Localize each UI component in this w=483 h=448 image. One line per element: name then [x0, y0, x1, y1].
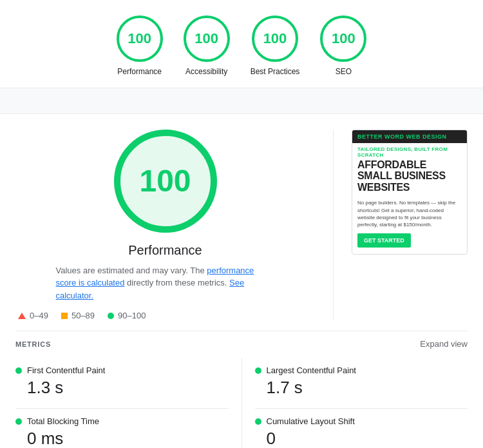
scores-section: 100Performance100Accessibility100Best Pr…	[0, 0, 483, 88]
section-divider	[0, 88, 483, 114]
legend-orange: 50–89	[61, 311, 95, 320]
metric-dot-right-0	[255, 367, 261, 374]
ad-body: No page builders. No templates — skip th…	[352, 197, 467, 233]
metric-right-1: Cumulative Layout Shift0	[255, 409, 468, 448]
metrics-header: METRICS Expand view	[15, 331, 468, 358]
desc-middle: directly from these metrics.	[124, 278, 229, 287]
metric-left-0: First Contentful Paint1.3 s	[15, 358, 229, 409]
metrics-section: METRICS Expand view First Contentful Pai…	[0, 331, 483, 448]
legend: 0–49 50–89 90–100	[18, 311, 146, 320]
metric-label-row-right-1: Cumulative Layout Shift	[255, 416, 468, 426]
metric-label-row-right-0: Largest Contentful Paint	[255, 365, 468, 375]
score-circle-accessibility: 100	[184, 15, 230, 62]
metric-value-left-0: 1.3 s	[15, 378, 229, 398]
main-content: 100 Performance Values are estimated and…	[0, 114, 483, 331]
perf-description: Values are estimated and may vary. The p…	[56, 264, 275, 302]
ad-section: BETTER WORD WEB DESIGN TAILORED DESIGNS,…	[352, 130, 468, 255]
legend-green-icon	[108, 313, 114, 319]
score-value-accessibility: 100	[194, 30, 218, 47]
desc-prefix: Values are estimated and may vary. The	[56, 266, 207, 275]
score-item-seo: 100SEO	[320, 15, 366, 77]
legend-green: 90–100	[108, 311, 146, 320]
ad-headline: AFFORDABLE SMALL BUSINESS WEBSITES	[352, 159, 467, 197]
score-label-accessibility: Accessibility	[185, 67, 227, 77]
metric-value-right-1: 0	[255, 429, 468, 448]
metric-dot-right-1	[255, 418, 261, 425]
metrics-left-col: First Contentful Paint1.3 sTotal Blockin…	[15, 358, 242, 448]
score-value-best-practices: 100	[263, 30, 287, 47]
legend-orange-label: 50–89	[71, 311, 95, 320]
metric-value-left-1: 0 ms	[15, 429, 229, 448]
metric-label-right-0: Largest Contentful Paint	[267, 365, 356, 375]
legend-green-label: 90–100	[118, 311, 146, 320]
performance-left: 100 Performance Values are estimated and…	[15, 130, 315, 321]
expand-view-link[interactable]: Expand view	[420, 339, 468, 349]
legend-red: 0–49	[18, 311, 48, 320]
score-circle-performance: 100	[117, 15, 163, 62]
center-divider	[333, 130, 334, 321]
score-value-performance: 100	[128, 30, 151, 47]
metric-dot-left-0	[15, 367, 22, 374]
metrics-right-col: Largest Contentful Paint1.7 sCumulative …	[242, 358, 468, 448]
metric-dot-left-1	[15, 418, 22, 425]
perf-title: Performance	[128, 243, 202, 258]
ad-subheader: TAILORED DESIGNS, BUILT FROM SCRATCH	[352, 143, 467, 159]
metric-left-1: Total Blocking Time0 ms	[15, 409, 229, 448]
metric-label-row-left-0: First Contentful Paint	[15, 365, 229, 375]
ad-box: BETTER WORD WEB DESIGN TAILORED DESIGNS,…	[352, 130, 468, 255]
score-label-seo: SEO	[336, 67, 352, 77]
score-value-seo: 100	[332, 30, 355, 47]
metrics-grid: First Contentful Paint1.3 sTotal Blockin…	[15, 358, 468, 448]
big-score-value: 100	[139, 163, 191, 199]
legend-red-label: 0–49	[30, 311, 48, 320]
ad-header: BETTER WORD WEB DESIGN	[352, 130, 467, 143]
ad-cta-button[interactable]: GET STARTED	[357, 233, 411, 248]
legend-orange-icon	[61, 313, 68, 319]
score-item-performance: 100Performance	[117, 15, 163, 77]
score-label-best-practices: Best Practices	[251, 67, 300, 77]
metric-label-row-left-1: Total Blocking Time	[15, 416, 229, 426]
metric-label-right-1: Cumulative Layout Shift	[267, 416, 355, 426]
metric-right-0: Largest Contentful Paint1.7 s	[255, 358, 468, 409]
score-item-best-practices: 100Best Practices	[251, 15, 300, 77]
score-circle-best-practices: 100	[252, 15, 298, 62]
metric-label-left-1: Total Blocking Time	[27, 416, 99, 426]
legend-red-icon	[18, 313, 26, 319]
score-label-performance: Performance	[117, 67, 162, 77]
metric-value-right-0: 1.7 s	[255, 378, 468, 398]
big-score-circle: 100	[114, 130, 217, 233]
metrics-title: METRICS	[15, 340, 51, 348]
score-circle-seo: 100	[320, 15, 366, 62]
score-item-accessibility: 100Accessibility	[184, 15, 230, 77]
metric-label-left-0: First Contentful Paint	[27, 365, 105, 375]
